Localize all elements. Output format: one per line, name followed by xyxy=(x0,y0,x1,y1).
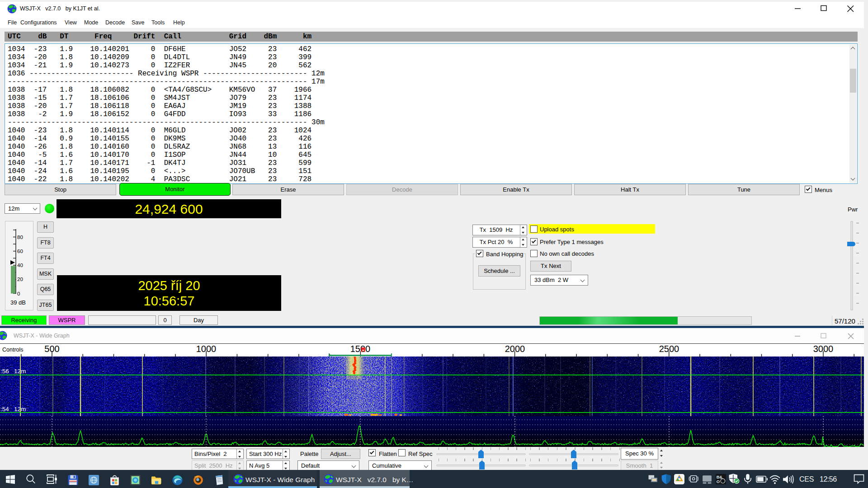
svg-text:40: 40 xyxy=(17,263,23,268)
svg-text::56 12m: :56 12m xyxy=(0,368,26,375)
svg-text:0: 0 xyxy=(17,291,20,296)
svg-text:20: 20 xyxy=(17,277,23,282)
svg-text:80: 80 xyxy=(17,235,23,240)
svg-text:60: 60 xyxy=(17,249,23,254)
svg-text::54 12m: :54 12m xyxy=(0,406,26,413)
svg-text:O: O xyxy=(717,479,720,484)
svg-text:39 dB: 39 dB xyxy=(10,299,26,306)
